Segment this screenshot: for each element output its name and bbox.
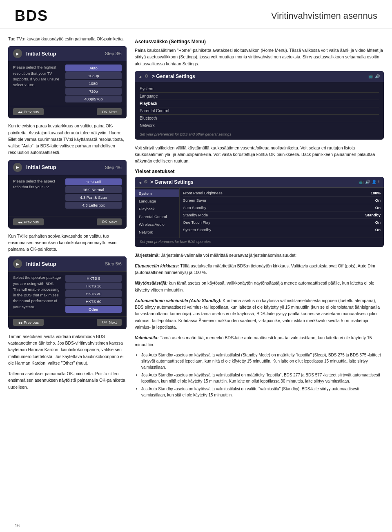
menu-item-bluetooth[interactable]: Bluetooth xyxy=(140,115,379,122)
row-system-standby: System Standby On xyxy=(183,226,381,233)
val-one-touch: On xyxy=(375,220,381,225)
option-1080i[interactable]: 1080i xyxy=(65,80,122,87)
key-one-touch: One Touch Play xyxy=(183,220,210,225)
setup-title-4: Initial Setup xyxy=(26,164,101,170)
val-system-standby: On xyxy=(375,227,381,232)
setup-step-5: Step 5/6 xyxy=(105,261,122,266)
left-item-system[interactable]: System xyxy=(135,189,179,197)
intro-paragraph: Tuo TV:n kuvatarkkuusnäyttö esiin painam… xyxy=(8,36,127,42)
option-hkts16[interactable]: HKTS 16 xyxy=(65,283,122,289)
tv-icon-big: 📺 xyxy=(359,180,363,184)
setup-options-list-4: 16:9 Full 16:9 Normal 4:3 Pan & Scan 4:3… xyxy=(65,178,122,209)
key-system-standby: System Standby xyxy=(183,227,211,232)
left-item-playback[interactable]: Playback xyxy=(135,205,179,213)
para-after-step4: Kun TV:lle parhaiten sopiva kuvasuhde on… xyxy=(8,233,127,253)
option-hkts60[interactable]: HKTS 60 xyxy=(65,298,122,305)
system-heading-label: Järjestelmä: xyxy=(135,253,161,258)
setup-description-4: Please select the aspect ratio that fits… xyxy=(13,178,62,190)
ok-label-4: OK xyxy=(102,220,107,224)
option-720p[interactable]: 720p xyxy=(65,88,122,95)
big-settings-panel: > General Settings 📺 🔊 👤 ℹ System Langua… xyxy=(135,177,384,247)
page-number: 16 xyxy=(15,523,20,528)
system-intro-text: Järjestelmä-valinnalla voi määrittää seu… xyxy=(161,253,296,258)
ok-next-button-3[interactable]: OK Next xyxy=(97,108,122,115)
auto-standby-label: Automaattinen valmiustila (Auto Standby)… xyxy=(135,298,221,303)
setup-icon-5: ▶ xyxy=(13,259,22,268)
front-panel-label: Etupaneelin kirkkaus: xyxy=(135,263,179,268)
ok-next-button-4[interactable]: OK Next xyxy=(97,218,122,225)
general-settings-heading: Yleiset asetukset xyxy=(135,169,384,174)
option-43letter[interactable]: 4:3 Letterbox xyxy=(65,202,122,209)
row-auto-standby: Auto Standby On xyxy=(183,204,381,211)
prev-label-5: Previous xyxy=(24,320,39,325)
bullet-1: Jos Auto Standby -asetus on käytössä ja … xyxy=(141,352,384,370)
option-169normal[interactable]: 16:9 Normal xyxy=(65,186,122,193)
next-label-4: Next xyxy=(109,220,117,224)
speaker-icon: 🔊 xyxy=(375,74,380,78)
option-169full[interactable]: 16:9 Full xyxy=(65,178,122,185)
option-auto[interactable]: Auto xyxy=(65,65,122,71)
key-front-panel: Front Panel Brightness xyxy=(183,191,223,195)
setup-icon-3: ▶ xyxy=(13,49,22,58)
setup-title-5: Initial Setup xyxy=(26,261,101,267)
standby-mode-label: Valmiustila: xyxy=(135,335,159,340)
option-1080p[interactable]: 1080p xyxy=(65,72,122,79)
val-auto-standby: On xyxy=(375,205,381,210)
prev-icon-5 xyxy=(18,320,22,325)
row-one-touch: One Touch Play On xyxy=(183,219,381,226)
bullet-list: Jos Auto Standby -asetus on käytössä ja … xyxy=(135,352,384,398)
option-43pan[interactable]: 4:3 Pan & Scan xyxy=(65,194,122,201)
screen-saver-para: Näytönsäästäjä: kun tämä asetus on käytö… xyxy=(135,280,384,293)
para-save: Tallenna asetukset painamalla OK-painike… xyxy=(8,370,127,390)
row-standby-mode: Standby Mode Standby xyxy=(183,211,381,219)
prev-button-5[interactable]: Previous xyxy=(13,319,44,326)
setup-body-5: Select the speaker package you are using… xyxy=(8,272,127,316)
big-panel-title: > General Settings xyxy=(150,179,356,185)
screen-saver-label: Näytönsäästäjä: xyxy=(135,280,168,285)
menu-item-parental[interactable]: Parental Control xyxy=(140,107,379,115)
auto-standby-para: Automaattinen valmiustila (Auto Standby)… xyxy=(135,297,384,330)
screen-saver-text: kun tämä asetus on käytössä, valikkonäyt… xyxy=(135,280,374,292)
prev-button-3[interactable]: Previous xyxy=(13,108,44,115)
menu-item-language[interactable]: Language xyxy=(140,93,379,100)
setup-box-step4: ▶ Initial Setup Step 4/6 Please select t… xyxy=(8,160,127,229)
setup-footer-3: Previous OK Next xyxy=(8,106,127,118)
menu-item-playback[interactable]: Playback xyxy=(140,100,379,107)
left-arrow-icon[interactable] xyxy=(139,73,141,79)
val-standby-mode: Standby xyxy=(365,213,381,217)
tv-icon: 📺 xyxy=(368,74,373,78)
standby-mode-para: Valmiustila: Tämä asetus määrittää, mene… xyxy=(135,334,384,348)
person-icon-big: 👤 xyxy=(372,180,376,184)
left-item-network[interactable]: Network xyxy=(135,228,179,236)
left-item-parental[interactable]: Parental Control xyxy=(135,213,179,220)
left-item-wireless[interactable]: Wireless Audio xyxy=(135,220,179,228)
menu-item-network[interactable]: Network xyxy=(140,122,379,129)
left-arrow-big-icon[interactable] xyxy=(139,179,141,185)
setup-title-3: Initial Setup xyxy=(26,51,101,57)
setup-description-3: Please select the highest resolution tha… xyxy=(13,65,62,88)
menu-item-system[interactable]: System xyxy=(140,85,379,93)
ok-next-button-5[interactable]: OK Next xyxy=(97,319,122,326)
option-480p[interactable]: 480p/576p xyxy=(65,96,122,102)
big-panel-header: > General Settings 📺 🔊 👤 ℹ xyxy=(135,177,384,188)
option-other[interactable]: Other xyxy=(65,306,122,313)
prev-label-3: Previous xyxy=(24,109,39,114)
setup-options-list-5: HKTS 9 HKTS 16 HKTS 30 HKTS 60 Other xyxy=(65,275,122,313)
ok-label-5: OK xyxy=(102,320,107,324)
big-left-menu: System Language Playback Parental Contro… xyxy=(135,188,180,238)
page-title: Viritinvahvistimen asennus xyxy=(271,11,377,21)
next-label-5: Next xyxy=(109,320,117,325)
option-hkts9[interactable]: HKTS 9 xyxy=(65,275,122,282)
standby-mode-text: Tämä asetus määrittää, meneekö BDS-laite… xyxy=(135,335,372,347)
setup-body-4: Please select the aspect ratio that fits… xyxy=(8,175,127,216)
system-intro: Järjestelmä: Järjestelmä-valinnalla voi … xyxy=(135,252,384,258)
small-panel-header: > General Settings 📺 🔊 xyxy=(135,71,384,82)
prev-button-4[interactable]: Previous xyxy=(13,218,44,225)
next-label-3: Next xyxy=(109,109,117,114)
setup-step-4: Step 4/6 xyxy=(105,165,122,170)
page-header: BDS Viritinvahvistimen asennus xyxy=(0,0,392,29)
panel-header-icons: 📺 🔊 xyxy=(368,74,380,78)
small-settings-panel: > General Settings 📺 🔊 System Language P… xyxy=(135,71,384,140)
left-item-language[interactable]: Language xyxy=(135,197,179,205)
option-hkts30[interactable]: HKTS 30 xyxy=(65,290,122,297)
